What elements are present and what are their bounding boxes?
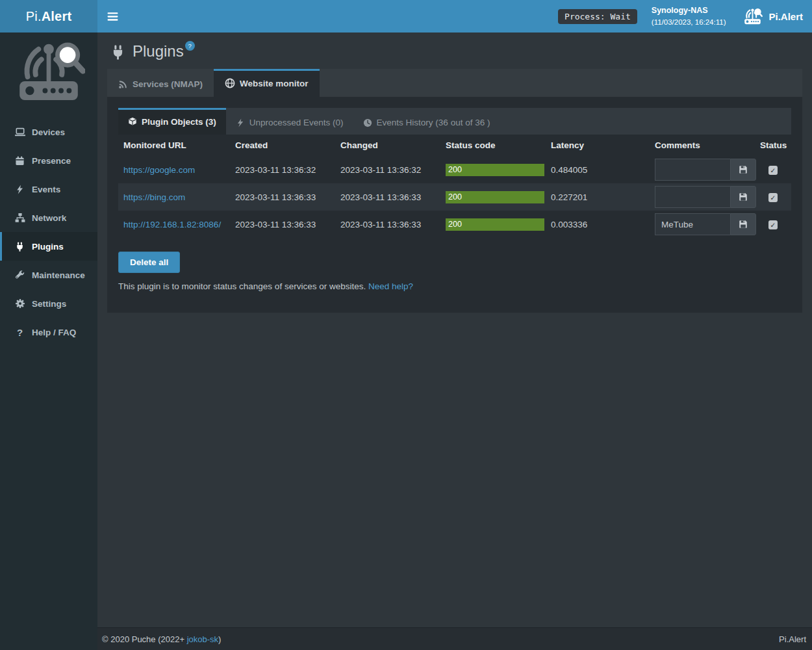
status-code-bar: 200 bbox=[446, 218, 544, 231]
sidebar-toggle-button[interactable] bbox=[97, 0, 127, 32]
col-header-latency: Latency bbox=[546, 135, 650, 156]
comment-input[interactable] bbox=[655, 186, 730, 208]
plug-icon bbox=[14, 241, 25, 252]
sidebar-menu: Devices Presence Events Network Plugins … bbox=[0, 118, 97, 346]
jokob-sk-link[interactable]: jokob-sk bbox=[187, 634, 218, 644]
tab-label: Events History (36 out of 36 ) bbox=[377, 118, 490, 127]
tab-events-history[interactable]: Events History (36 out of 36 ) bbox=[353, 108, 500, 135]
sidebar-item-presence[interactable]: Presence bbox=[0, 146, 97, 175]
col-header-created: Created bbox=[230, 135, 335, 156]
process-status-badge: Process: Wait bbox=[558, 9, 637, 24]
comment-input[interactable] bbox=[655, 213, 730, 235]
comment-input[interactable] bbox=[655, 159, 730, 181]
tab-label: Plugin Objects (3) bbox=[142, 117, 216, 127]
copyright-prefix: © 2020 Puche (2022+ bbox=[102, 634, 187, 644]
help-badge[interactable]: ? bbox=[185, 41, 195, 51]
tab-plugin-objects[interactable]: Plugin Objects (3) bbox=[118, 108, 226, 135]
plug-icon bbox=[110, 45, 125, 60]
sidebar-item-maintenance[interactable]: Maintenance bbox=[0, 261, 97, 289]
nmap-scan-icon bbox=[118, 79, 128, 89]
latency-value: 0.227201 bbox=[546, 183, 650, 211]
gear-icon bbox=[14, 298, 25, 309]
status-checkbox[interactable] bbox=[768, 166, 778, 175]
save-comment-button[interactable] bbox=[730, 186, 756, 208]
status-checkbox[interactable] bbox=[768, 193, 778, 202]
footer: © 2020 Puche (2022+ jokob-sk) Pi.Alert bbox=[97, 627, 812, 650]
col-header-status-code: Status code bbox=[440, 135, 546, 156]
device-name: Synology-NAS bbox=[652, 5, 726, 17]
brand-bold: Alert bbox=[42, 9, 72, 24]
created-timestamp: 2023-03-11 13:36:32 bbox=[230, 156, 335, 183]
changed-timestamp: 2023-03-11 13:36:33 bbox=[335, 183, 440, 211]
latency-value: 0.484005 bbox=[546, 156, 650, 183]
brand-logo-link[interactable]: Pi.Alert bbox=[0, 0, 97, 32]
page-title: Plugins bbox=[133, 42, 184, 60]
tab-label: Website monitor bbox=[240, 79, 309, 88]
sidebar-item-label: Settings bbox=[32, 299, 66, 309]
save-comment-button[interactable] bbox=[730, 159, 756, 181]
sidebar-item-plugins[interactable]: Plugins bbox=[0, 232, 97, 261]
sidebar-item-events[interactable]: Events bbox=[0, 175, 97, 203]
cube-icon bbox=[128, 117, 137, 126]
col-header-monitored-url: Monitored URL bbox=[118, 135, 230, 156]
latency-value: 0.003336 bbox=[546, 211, 650, 238]
monitored-url-link[interactable]: https://bing.com bbox=[123, 192, 185, 202]
col-header-changed: Changed bbox=[335, 135, 440, 156]
wrench-icon bbox=[14, 270, 25, 281]
tab-website-monitor[interactable]: Website monitor bbox=[214, 69, 320, 97]
sidebar-item-label: Devices bbox=[32, 127, 65, 137]
sidebar-item-devices[interactable]: Devices bbox=[0, 118, 97, 146]
copyright-suffix: ) bbox=[218, 634, 221, 644]
created-timestamp: 2023-03-11 13:36:33 bbox=[230, 183, 335, 211]
bolt-icon bbox=[236, 118, 245, 127]
page-title-row: Plugins? bbox=[107, 32, 802, 69]
sidebar-item-label: Maintenance bbox=[32, 270, 85, 280]
comment-input-group bbox=[655, 186, 756, 208]
footer-app-name: Pi.Alert bbox=[779, 634, 806, 644]
pialert-app: Pi.Alert Process: Wait Synology-NAS (11/… bbox=[0, 0, 812, 650]
floppy-icon bbox=[739, 220, 748, 229]
monitored-url-link[interactable]: https://google.com bbox=[123, 165, 195, 175]
delete-all-button[interactable]: Delete all bbox=[118, 252, 180, 273]
sidebar-item-help-faq[interactable]: ? Help / FAQ bbox=[0, 318, 97, 346]
sidebar-item-settings[interactable]: Settings bbox=[0, 289, 97, 318]
sidebar-item-label: Network bbox=[32, 213, 66, 223]
clock-icon bbox=[363, 118, 372, 127]
router-scan-logo-icon bbox=[12, 40, 85, 105]
sidebar-item-label: Presence bbox=[32, 156, 71, 166]
monitored-urls-table: Monitored URL Created Changed Status cod… bbox=[118, 135, 791, 238]
device-timestamp: (11/03/2023, 16:24:11) bbox=[652, 17, 726, 27]
sidebar-item-label: Help / FAQ bbox=[32, 328, 76, 337]
tab-services-nmap[interactable]: Services (NMAP) bbox=[107, 69, 214, 97]
created-timestamp: 2023-03-11 13:36:33 bbox=[230, 211, 335, 238]
plugin-description: This plugin is to monitor status changes… bbox=[118, 281, 791, 291]
sitemap-icon bbox=[14, 213, 25, 224]
save-comment-button[interactable] bbox=[730, 213, 756, 235]
bolt-icon bbox=[14, 184, 25, 195]
plugin-tabs: Services (NMAP) Website monitor bbox=[107, 69, 802, 97]
globe-icon bbox=[225, 78, 235, 88]
question-icon: ? bbox=[14, 327, 25, 338]
status-code-bar: 200 bbox=[446, 191, 544, 203]
tab-label: Services (NMAP) bbox=[133, 79, 203, 89]
status-checkbox[interactable] bbox=[768, 220, 778, 229]
need-help-link[interactable]: Need help? bbox=[368, 281, 413, 291]
website-monitor-panel: Plugin Objects (3) Unprocessed Events (0… bbox=[107, 97, 802, 313]
tab-label: Unprocessed Events (0) bbox=[249, 118, 344, 127]
table-row: https://bing.com 2023-03-11 13:36:33 202… bbox=[118, 183, 791, 211]
plugin-section-tabs: Plugin Objects (3) Unprocessed Events (0… bbox=[118, 108, 791, 135]
monitored-url-link[interactable]: http://192.168.1.82:8086/ bbox=[123, 220, 221, 229]
router-scan-icon bbox=[742, 8, 763, 25]
col-header-comments: Comments bbox=[650, 135, 755, 156]
changed-timestamp: 2023-03-11 13:36:33 bbox=[335, 211, 440, 238]
tab-unprocessed-events[interactable]: Unprocessed Events (0) bbox=[226, 108, 353, 135]
table-row: http://192.168.1.82:8086/ 2023-03-11 13:… bbox=[118, 211, 791, 238]
floppy-icon bbox=[739, 192, 748, 202]
table-header-row: Monitored URL Created Changed Status cod… bbox=[118, 135, 791, 156]
sidebar-item-network[interactable]: Network bbox=[0, 203, 97, 232]
navbar-app-identity: Pi.Alert bbox=[742, 8, 812, 25]
plugin-description-text: This plugin is to monitor status changes… bbox=[118, 281, 366, 291]
comment-input-group bbox=[655, 159, 756, 181]
top-navbar: Pi.Alert Process: Wait Synology-NAS (11/… bbox=[0, 0, 812, 32]
brand-prefix: Pi. bbox=[26, 9, 42, 24]
